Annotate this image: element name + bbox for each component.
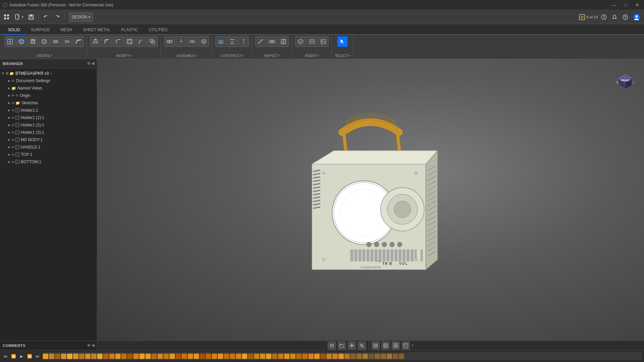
md-body-eye-icon[interactable]: 👁 (11, 138, 15, 142)
timeline-item[interactable] (381, 354, 386, 359)
rigid-group-button[interactable] (187, 36, 198, 47)
timeline-track[interactable] (42, 352, 642, 360)
timeline-item[interactable] (344, 354, 350, 359)
display-settings-button[interactable] (382, 342, 390, 350)
measure-button[interactable] (255, 36, 266, 47)
timeline-item[interactable] (399, 354, 404, 359)
timeline-item[interactable] (61, 354, 66, 359)
top-eye-icon[interactable]: 👁 (11, 153, 15, 157)
account-button[interactable] (631, 12, 642, 22)
timeline-item[interactable] (290, 354, 296, 359)
tab-solid[interactable]: SOLID (3, 25, 25, 35)
timeline-item[interactable] (79, 354, 84, 359)
section-analysis-button[interactable] (278, 36, 289, 47)
timeline-item[interactable] (278, 354, 283, 359)
timeline-item[interactable] (218, 354, 223, 359)
fillet-button[interactable] (102, 36, 112, 47)
tree-item-holder1-3-1[interactable]: ▶ 👁 □ Holder1 (3):1 (0, 129, 97, 136)
select-button[interactable] (337, 36, 348, 47)
timeline-item[interactable] (103, 354, 109, 359)
clock-history-button[interactable] (599, 12, 608, 22)
drive-joints-button[interactable] (198, 36, 209, 47)
tree-item-holder1-1[interactable]: ▶ 👁 □ Holder1:1 (0, 107, 97, 114)
timeline-item[interactable] (350, 354, 356, 359)
tree-item-holder1-2-1[interactable]: ▶ 👁 □ Holder1 (2):1 (0, 121, 97, 129)
comments-collapse-icon[interactable]: ◀ (91, 343, 94, 348)
tree-item-top[interactable]: ▶ 👁 □ TOP:1 (0, 151, 97, 158)
timeline-item[interactable] (393, 354, 398, 359)
viewport-settings-button[interactable] (402, 342, 410, 350)
notification-button[interactable] (610, 12, 619, 22)
combine-button[interactable] (147, 36, 158, 47)
timeline-item[interactable] (85, 354, 90, 359)
timeline-item[interactable] (314, 354, 320, 359)
maximize-button[interactable]: □ (623, 2, 629, 8)
tree-item-handle[interactable]: ▶ 👁 □ HANDLE:1 (0, 143, 97, 151)
new-joint-button[interactable] (164, 36, 175, 47)
timeline-item[interactable] (55, 354, 60, 359)
tree-item-origin[interactable]: ▶ 👁 ✛ Origin (0, 92, 97, 99)
fit-button[interactable] (372, 342, 380, 350)
tab-utilities[interactable]: UTILITIES (143, 25, 173, 35)
tree-item-doc-settings[interactable]: ▶ ⚙ Document Settings (0, 77, 97, 84)
undo-button[interactable] (42, 12, 51, 22)
timeline-item[interactable] (157, 354, 163, 359)
tab-mesh[interactable]: MESH (55, 25, 78, 35)
timeline-item[interactable] (363, 354, 368, 359)
timeline-item[interactable] (127, 354, 133, 359)
timeline-item[interactable] (164, 354, 169, 359)
press-pull-button[interactable] (90, 36, 101, 47)
timeline-item[interactable] (91, 354, 96, 359)
timeline-last-button[interactable]: ⏭ (34, 353, 41, 360)
redo-button[interactable] (52, 12, 62, 22)
timeline-item[interactable] (49, 354, 54, 359)
origin-eye-icon[interactable]: 👁 (11, 94, 15, 98)
torus-button[interactable] (50, 36, 61, 47)
close-button[interactable]: ✕ (633, 2, 641, 8)
timeline-item[interactable] (296, 354, 302, 359)
timeline-item[interactable] (194, 354, 199, 359)
timeline-prev-button[interactable]: ⏪ (10, 353, 17, 360)
timeline-item[interactable] (133, 354, 139, 359)
tab-surface[interactable]: SURFACE (25, 25, 55, 35)
cylinder-button[interactable] (27, 36, 38, 47)
timeline-item[interactable] (109, 354, 115, 359)
browser-settings-icon[interactable]: ⚙ (87, 61, 91, 66)
holder1-1-1-eye-icon[interactable]: 👁 (11, 116, 15, 120)
timeline-item[interactable] (320, 354, 326, 359)
timeline-item[interactable] (302, 354, 308, 359)
timeline-item[interactable] (200, 354, 205, 359)
sketches-eye-icon[interactable]: 👁 (11, 101, 15, 105)
tree-item-holder1-1-1[interactable]: ▶ 👁 □ Holder1 (1):1 (0, 114, 97, 121)
tab-plastic[interactable]: PLASTIC (116, 25, 143, 35)
sphere-button[interactable] (39, 36, 50, 47)
timeline-item[interactable] (170, 354, 175, 359)
timeline-item[interactable] (357, 354, 362, 359)
tree-item-sketches[interactable]: ▶ 👁 📁 Sketches (0, 99, 97, 107)
timeline-item[interactable] (115, 354, 121, 359)
timeline-item[interactable] (375, 354, 380, 359)
3d-viewport[interactable]: FRONT (97, 59, 644, 341)
timeline-item[interactable] (369, 354, 374, 359)
timeline-item[interactable] (73, 354, 78, 359)
timeline-item[interactable] (121, 354, 127, 359)
timeline-item[interactable] (254, 354, 259, 359)
save-button[interactable] (26, 12, 36, 22)
timeline-item[interactable] (266, 354, 271, 359)
holder1-2-1-eye-icon[interactable]: 👁 (11, 123, 15, 127)
timeline-item[interactable] (145, 354, 151, 359)
box-button[interactable] (16, 36, 27, 47)
timeline-item[interactable] (272, 354, 277, 359)
browser-collapse-icon[interactable]: ◀ (91, 61, 94, 66)
bottom-eye-icon[interactable]: 👁 (11, 160, 15, 164)
timeline-item[interactable] (338, 354, 344, 359)
chamfer-button[interactable] (113, 36, 124, 47)
file-menu-button[interactable]: ▾ (13, 12, 25, 22)
scale-button[interactable] (136, 36, 146, 47)
timeline-item[interactable] (326, 354, 332, 359)
timeline-item[interactable] (224, 354, 229, 359)
timeline-play-button[interactable]: ▶ (18, 353, 25, 360)
midplane-button[interactable] (227, 36, 238, 47)
timeline-item[interactable] (242, 354, 247, 359)
tree-item-md-body[interactable]: ▶ 👁 □ MD BODY:1 (0, 136, 97, 143)
